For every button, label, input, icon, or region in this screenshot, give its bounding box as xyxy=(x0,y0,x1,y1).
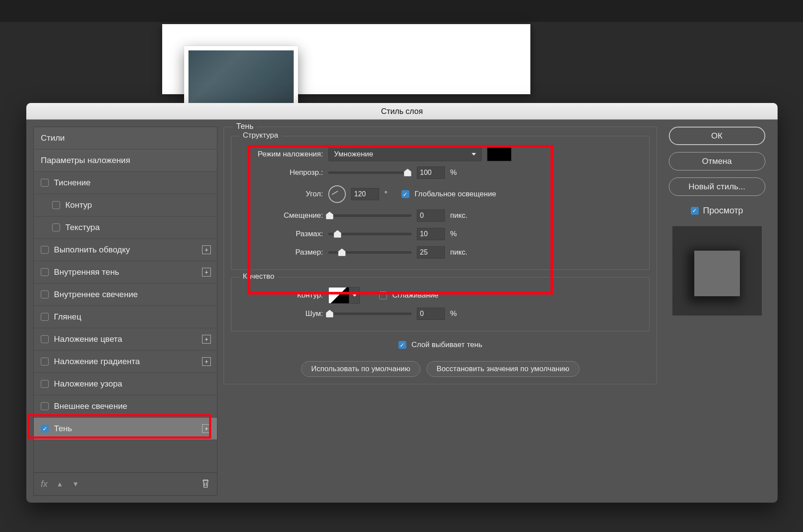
sidebar-item-color-overlay[interactable]: Наложение цвета + xyxy=(34,328,217,351)
trash-icon[interactable] xyxy=(201,479,210,490)
checkbox-color-overlay[interactable] xyxy=(41,335,49,343)
sidebar-blending-options[interactable]: Параметры наложения xyxy=(34,149,217,172)
move-up-icon[interactable]: ▲ xyxy=(57,480,64,488)
effect-settings: Тень Структура Режим наложения: Умножени… xyxy=(224,127,657,496)
size-slider[interactable] xyxy=(328,251,412,254)
spread-input[interactable] xyxy=(417,228,445,240)
blend-mode-label: Режим наложения: xyxy=(242,150,323,159)
opacity-unit: % xyxy=(450,168,457,177)
sidebar-item-satin[interactable]: Глянец xyxy=(34,306,217,328)
spread-slider[interactable] xyxy=(328,233,412,235)
slider-thumb[interactable] xyxy=(404,169,412,177)
preview-label: Просмотр xyxy=(703,206,743,216)
preview-inner xyxy=(694,251,740,296)
spread-label: Размах: xyxy=(242,230,323,238)
sidebar-item-bevel[interactable]: Тиснение xyxy=(34,172,217,194)
angle-label: Угол: xyxy=(242,190,323,199)
size-label: Размер: xyxy=(242,248,323,257)
knockout-label: Слой выбивает тень xyxy=(412,340,483,349)
sidebar-item-texture[interactable]: Текстура xyxy=(34,216,217,239)
checkbox-texture[interactable] xyxy=(52,223,60,231)
contour-picker[interactable] xyxy=(328,287,349,304)
quality-group: Качество Контур: Сглаживание Шум: xyxy=(231,277,650,331)
slider-thumb[interactable] xyxy=(326,310,334,318)
move-down-icon[interactable]: ▼ xyxy=(72,480,79,488)
dialog-buttons: ОК Отмена Новый стиль... ✓ Просмотр xyxy=(663,127,771,496)
opacity-label: Непрозр.: xyxy=(242,168,323,177)
checkbox-drop-shadow[interactable]: ✓ xyxy=(41,425,49,433)
checkbox-contour[interactable] xyxy=(52,201,60,209)
sidebar-item-contour[interactable]: Контур xyxy=(34,194,217,216)
global-light-label: Глобальное освещение xyxy=(415,190,496,199)
checkbox-gradient-overlay[interactable] xyxy=(41,358,49,365)
angle-unit: ° xyxy=(384,190,387,199)
antialias-label: Сглаживание xyxy=(392,291,438,300)
sidebar-blending-label: Параметры наложения xyxy=(41,156,130,165)
sidebar-item-drop-shadow[interactable]: ✓ Тень + xyxy=(34,418,217,440)
checkbox-stroke[interactable] xyxy=(41,246,49,254)
add-icon[interactable]: + xyxy=(202,268,211,277)
sidebar-item-outer-glow[interactable]: Внешнее свечение xyxy=(34,395,217,418)
add-icon[interactable]: + xyxy=(202,335,211,344)
sidebar-item-label: Тиснение xyxy=(54,178,91,188)
reset-default-button[interactable]: Восстановить значения по умолчанию xyxy=(426,361,579,377)
antialias-checkbox[interactable] xyxy=(379,291,387,299)
sidebar-item-label: Контур xyxy=(65,200,92,210)
blend-mode-select[interactable]: Умножение xyxy=(328,147,482,161)
sidebar-item-label: Текстура xyxy=(65,223,99,232)
checkbox-inner-shadow[interactable] xyxy=(41,268,49,276)
sidebar-item-gradient-overlay[interactable]: Наложение градиента + xyxy=(34,351,217,373)
angle-input[interactable] xyxy=(351,188,379,200)
checkbox-inner-glow[interactable] xyxy=(41,291,49,298)
sidebar-styles[interactable]: Стили xyxy=(34,127,217,149)
sidebar-item-label: Наложение цвета xyxy=(54,334,122,344)
sidebar-item-label: Глянец xyxy=(54,312,82,322)
fx-menu-icon[interactable]: fx xyxy=(41,479,48,489)
sidebar-item-stroke[interactable]: Выполнить обводку + xyxy=(34,239,217,261)
chevron-down-icon xyxy=(472,153,476,156)
sidebar-styles-label: Стили xyxy=(41,133,65,143)
distance-input[interactable] xyxy=(417,209,445,222)
sidebar-item-label: Внутреннее свечение xyxy=(54,290,138,299)
shadow-color-swatch[interactable] xyxy=(487,147,512,161)
distance-label: Смещение: xyxy=(242,211,323,220)
checkbox-pattern-overlay[interactable] xyxy=(41,380,49,388)
global-light-checkbox[interactable]: ✓ xyxy=(402,190,409,198)
sidebar-item-pattern-overlay[interactable]: Наложение узора xyxy=(34,373,217,395)
distance-slider[interactable] xyxy=(328,214,412,217)
slider-thumb[interactable] xyxy=(334,230,341,238)
checkbox-outer-glow[interactable] xyxy=(41,402,49,410)
structure-title: Структура xyxy=(239,131,282,140)
opacity-input[interactable] xyxy=(417,167,445,179)
noise-input[interactable] xyxy=(417,308,445,320)
sidebar-item-inner-shadow[interactable]: Внутренняя тень + xyxy=(34,261,217,284)
sidebar-item-label: Выполнить обводку xyxy=(54,245,130,255)
add-icon[interactable]: + xyxy=(202,245,211,254)
size-input[interactable] xyxy=(417,246,445,259)
checkbox-satin[interactable] xyxy=(41,313,49,321)
sidebar-item-inner-glow[interactable]: Внутреннее свечение xyxy=(34,284,217,306)
chevron-down-icon xyxy=(352,294,357,297)
make-default-button[interactable]: Использовать по умолчанию xyxy=(301,361,420,377)
preview-checkbox[interactable]: ✓ xyxy=(691,207,699,215)
opacity-slider[interactable] xyxy=(328,171,412,174)
canvas-background xyxy=(162,24,530,94)
contour-dropdown[interactable] xyxy=(349,287,360,304)
slider-thumb[interactable] xyxy=(326,212,334,220)
size-unit: пикс. xyxy=(450,248,468,257)
angle-dial[interactable] xyxy=(328,185,346,203)
add-icon[interactable]: + xyxy=(202,357,211,366)
noise-slider[interactable] xyxy=(328,312,412,315)
cancel-button[interactable]: Отмена xyxy=(669,152,765,170)
layer-style-dialog: Стиль слоя Стили Параметры наложения Тис… xyxy=(26,103,778,503)
slider-thumb[interactable] xyxy=(338,248,346,256)
noise-unit: % xyxy=(450,309,457,318)
ok-button[interactable]: ОК xyxy=(669,127,765,145)
spread-unit: % xyxy=(450,230,457,238)
new-style-button[interactable]: Новый стиль... xyxy=(669,177,765,196)
add-icon[interactable]: + xyxy=(202,424,211,433)
checkbox-bevel[interactable] xyxy=(41,179,49,187)
sidebar-item-label: Наложение узора xyxy=(54,379,122,389)
knockout-checkbox[interactable]: ✓ xyxy=(398,341,406,349)
quality-title: Качество xyxy=(239,272,278,281)
